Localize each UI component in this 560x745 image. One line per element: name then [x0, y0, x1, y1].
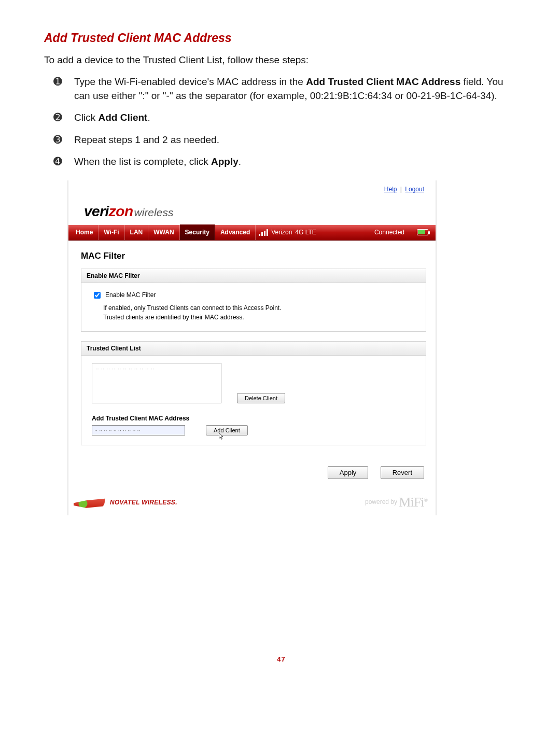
step-list: ➊ Type the Wi-Fi-enabled device's MAC ad… [44, 75, 519, 169]
panel: MAC Filter Enable MAC Filter Enable MAC … [68, 241, 436, 458]
add-client-button[interactable]: Add Client [206, 425, 248, 435]
logout-link[interactable]: Logout [405, 186, 424, 193]
step-marker-1: ➊ [53, 74, 62, 89]
group1-header: Enable MAC Filter [81, 269, 426, 283]
footer: NOVATEL WIRELESS. powered by MiFi® [68, 491, 436, 515]
nav-lan[interactable]: LAN [125, 224, 149, 240]
battery-icon [417, 229, 428, 235]
nav-security[interactable]: Security [180, 224, 215, 240]
step-1-text-a: Type the Wi-Fi-enabled device's MAC addr… [74, 76, 306, 87]
top-links: Help | Logout [68, 180, 436, 193]
step-4-text-a: When the list is complete, click [74, 156, 211, 167]
revert-button[interactable]: Revert [381, 466, 424, 479]
signal-status: Verizon 4G LTE [259, 229, 316, 236]
nav-wifi[interactable]: Wi-Fi [99, 224, 124, 240]
nav-bar: Home Wi-Fi LAN WWAN Security Advanced Ve… [68, 225, 436, 241]
step-3: ➌ Repeat steps 1 and 2 as needed. [53, 133, 519, 147]
step-4-bold: Apply [211, 156, 239, 167]
hint-line-1: If enabled, only Trusted Clients can con… [103, 304, 282, 312]
step-2-text-b: . [147, 112, 150, 123]
step-3-text: Repeat steps 1 and 2 as needed. [74, 134, 219, 145]
step-marker-3: ➌ [53, 132, 62, 147]
page-number: 47 [44, 515, 519, 663]
signal-bars-icon [259, 229, 268, 236]
embedded-screenshot: Help | Logout verizonwireless Home Wi-Fi… [67, 180, 437, 515]
trusted-client-listbox[interactable]: ·· ·· ·· ·· ·· ·· ·· ·· ·· ·· ·· [92, 363, 221, 403]
nav-advanced[interactable]: Advanced [215, 224, 256, 240]
brand-logo: verizonwireless [68, 193, 436, 225]
tech-label: 4G LTE [295, 229, 316, 236]
trademark-icon: ® [424, 497, 427, 503]
mac-address-input[interactable] [92, 425, 185, 435]
group-enable-mac-filter: Enable MAC Filter Enable MAC Filter If e… [81, 269, 426, 332]
step-marker-4: ➍ [53, 154, 62, 168]
brand-wireless: wireless [134, 206, 174, 218]
carrier-label: Verizon [271, 229, 292, 236]
mac-filter-hint: If enabled, only Trusted Clients can con… [103, 303, 418, 322]
separator: | [400, 186, 402, 193]
step-1: ➊ Type the Wi-Fi-enabled device's MAC ad… [53, 75, 519, 103]
group-trusted-client-list: Trusted Client List ·· ·· ·· ·· ·· ·· ··… [81, 341, 426, 445]
step-4: ➍ When the list is complete, click Apply… [53, 155, 519, 169]
step-4-text-b: . [239, 156, 241, 167]
add-mac-label: Add Trusted Client MAC Address [92, 415, 418, 422]
brand-veri: veri [84, 203, 109, 219]
connection-status: Connected [374, 229, 404, 236]
step-2-bold: Add Client [98, 112, 147, 123]
nav-wwan[interactable]: WWAN [148, 224, 179, 240]
step-2: ➋ Click Add Client. [53, 111, 519, 125]
powered-by: powered by MiFi® [365, 495, 427, 510]
brand-zon: zon [109, 203, 133, 219]
powered-label: powered by [365, 498, 397, 505]
mifi-logo: MiFi® [399, 495, 427, 510]
step-2-text-a: Click [74, 112, 98, 123]
nav-home[interactable]: Home [68, 224, 99, 240]
section-title: Add Trusted Client MAC Address [44, 31, 519, 45]
panel-title: MAC Filter [81, 251, 426, 261]
group2-header: Trusted Client List [81, 342, 426, 356]
novatel-badge: NOVATEL WIRELESS. [74, 496, 177, 509]
enable-mac-filter-checkbox[interactable] [94, 292, 101, 299]
help-link[interactable]: Help [384, 186, 397, 193]
cursor-icon [218, 432, 225, 441]
step-marker-2: ➋ [53, 110, 62, 124]
intro-text: To add a device to the Trusted Client Li… [44, 54, 519, 66]
apply-revert-row: Apply Revert [68, 458, 436, 491]
step-1-bold: Add Trusted Client MAC Address [306, 76, 460, 87]
hint-line-2: Trusted clients are identified by their … [103, 314, 244, 321]
delete-client-button[interactable]: Delete Client [237, 393, 285, 403]
novatel-text: NOVATEL WIRELESS. [110, 499, 177, 506]
enable-mac-filter-label: Enable MAC Filter [105, 291, 156, 299]
apply-button[interactable]: Apply [328, 466, 369, 479]
novatel-swoosh-icon [74, 496, 105, 509]
